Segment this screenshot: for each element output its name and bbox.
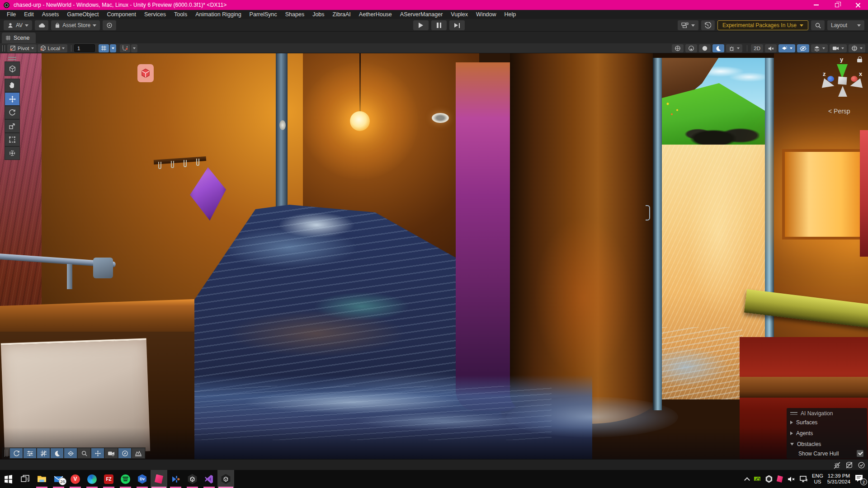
- play-button[interactable]: [413, 20, 429, 30]
- overlay-gizmo-visibility-button[interactable]: [64, 448, 77, 459]
- gizmo-center-cube[interactable]: [838, 76, 847, 84]
- menu-help[interactable]: Help: [500, 10, 520, 19]
- overlay-search-button[interactable]: [77, 448, 91, 459]
- background-tasks-icon[interactable]: [858, 461, 865, 469]
- experimental-packages-button[interactable]: Experimental Packages In Use: [717, 20, 808, 30]
- taskbar-icon-vivaldi[interactable]: V: [67, 470, 84, 488]
- handle-orientation-dropdown[interactable]: Local: [38, 44, 68, 52]
- notification-center[interactable]: 2: [854, 474, 865, 484]
- taskbar-icon-unity-hub[interactable]: [151, 470, 167, 488]
- camera-settings-button[interactable]: [672, 44, 684, 52]
- lighting-toggle-button[interactable]: [685, 44, 697, 52]
- gizmos-dropdown[interactable]: [849, 44, 865, 52]
- menu-zibraai[interactable]: ZibraAI: [329, 10, 355, 19]
- transform-tool-button[interactable]: [5, 146, 20, 160]
- multiplayer-role-button[interactable]: [678, 20, 698, 30]
- taskbar-icon-unity-active[interactable]: [217, 470, 234, 488]
- rect-tool-button[interactable]: [5, 133, 20, 146]
- volume-muted-icon[interactable]: [787, 476, 795, 483]
- title-bar[interactable]: chased-urp - NewWorld - Windows, Mac, Li…: [0, 0, 868, 10]
- ai-nav-obstacles-row[interactable]: Obstacles: [787, 440, 867, 449]
- grid-options-dropdown[interactable]: [110, 44, 116, 52]
- move-tool-button[interactable]: [5, 92, 20, 106]
- snap-options-dropdown[interactable]: [131, 44, 137, 52]
- language-indicator[interactable]: ENG US: [812, 473, 823, 485]
- layers-dropdown[interactable]: [811, 44, 828, 52]
- show-carve-hull-checkbox[interactable]: [857, 450, 863, 457]
- overlay-drag-handle[interactable]: [5, 450, 7, 457]
- taskbar-icon-filezilla[interactable]: FZ: [100, 470, 117, 488]
- scene-lighting-dropdown[interactable]: [778, 44, 795, 52]
- step-button[interactable]: [449, 20, 465, 30]
- overlay-camera-button[interactable]: [104, 448, 118, 459]
- orientation-gizmo[interactable]: y z x: [819, 58, 866, 105]
- grid-size-input[interactable]: [74, 44, 95, 52]
- menu-animation-rigging[interactable]: Animation Rigging: [191, 10, 245, 19]
- overlay-ai-navigation-button[interactable]: [132, 448, 145, 459]
- menu-edit[interactable]: Edit: [20, 10, 38, 19]
- menu-shapes[interactable]: Shapes: [281, 10, 308, 19]
- overlay-orientation-button[interactable]: [9, 448, 23, 459]
- menu-file[interactable]: File: [3, 10, 20, 19]
- gpu-tray-icon[interactable]: [753, 475, 761, 483]
- menu-aetherhouse[interactable]: AetherHouse: [355, 10, 396, 19]
- scene-visibility-button[interactable]: [797, 44, 809, 52]
- minimize-button[interactable]: [806, 0, 826, 10]
- taskbar-icon-spotify[interactable]: [117, 470, 134, 488]
- debug-draw-dropdown[interactable]: [726, 44, 742, 52]
- projection-label[interactable]: < Persp: [828, 108, 850, 115]
- audio-toggle-button[interactable]: [699, 44, 711, 52]
- search-button[interactable]: [811, 20, 825, 30]
- toolbar-drag-handle[interactable]: [2, 45, 5, 52]
- cache-server-disconnected-icon[interactable]: [845, 461, 853, 469]
- effects-toggle-button[interactable]: [712, 44, 724, 52]
- asset-store-button[interactable]: Asset Store: [51, 20, 100, 30]
- menu-parrelsync[interactable]: ParrelSync: [245, 10, 281, 19]
- hand-tool-button[interactable]: [5, 79, 20, 92]
- debugger-disabled-icon[interactable]: [833, 461, 841, 469]
- menu-component[interactable]: Component: [103, 10, 140, 19]
- 2d-mode-button[interactable]: 2D: [751, 44, 763, 52]
- menu-assets[interactable]: Assets: [38, 10, 63, 19]
- menu-vuplex[interactable]: Vuplex: [447, 10, 472, 19]
- menu-tools[interactable]: Tools: [170, 10, 191, 19]
- clock[interactable]: 12:39 PM 5/31/2024: [827, 473, 850, 485]
- view-cube-tool-button[interactable]: [5, 61, 20, 76]
- tray-expand-icon[interactable]: [744, 477, 750, 483]
- audio-mute-button[interactable]: [765, 44, 777, 52]
- gizmo-cone-bottom[interactable]: [838, 86, 847, 97]
- pause-button[interactable]: [431, 20, 447, 30]
- taskbar-icon-mail[interactable]: 26: [50, 470, 67, 488]
- unity-hub-tray-icon[interactable]: [765, 475, 773, 483]
- close-button[interactable]: [847, 0, 868, 10]
- cloud-services-button[interactable]: [103, 20, 116, 30]
- scene-sprite-gizmo-icon[interactable]: [137, 64, 154, 82]
- overlay-shading-button[interactable]: [50, 448, 64, 459]
- network-icon[interactable]: [799, 475, 808, 483]
- task-view-button[interactable]: [17, 470, 33, 488]
- menu-jobs[interactable]: Jobs: [308, 10, 328, 19]
- tab-scene[interactable]: Scene: [2, 33, 36, 43]
- taskbar-icon-pix[interactable]: [167, 470, 184, 488]
- start-button[interactable]: [0, 470, 17, 488]
- taskbar-icon-davinci[interactable]: Dv: [134, 470, 151, 488]
- scale-tool-button[interactable]: [5, 119, 20, 133]
- grid-visibility-button[interactable]: [99, 44, 109, 52]
- scene-viewport[interactable]: y z x < Persp AI Navigation Surfaces Ag: [0, 53, 868, 459]
- taskbar-icon-file-explorer[interactable]: [33, 470, 50, 488]
- overlay-grid-snap-button[interactable]: [37, 448, 50, 459]
- panel-drag-handle[interactable]: [790, 412, 797, 415]
- ai-nav-surfaces-row[interactable]: Surfaces: [787, 418, 867, 427]
- camera-view-dropdown[interactable]: [830, 44, 847, 52]
- menu-services[interactable]: Services: [140, 10, 170, 19]
- menu-window[interactable]: Window: [472, 10, 500, 19]
- ai-nav-agents-row[interactable]: Agents: [787, 429, 867, 438]
- ai-nav-carve-hull-row[interactable]: Show Carve Hull: [787, 449, 867, 458]
- pivot-mode-dropdown[interactable]: Pivot: [7, 44, 37, 52]
- account-button[interactable]: AV: [4, 20, 32, 30]
- overlay-view-options-button[interactable]: [23, 448, 37, 459]
- hub-pink-tray-icon[interactable]: [777, 475, 783, 483]
- layout-dropdown[interactable]: Layout: [827, 20, 864, 30]
- tools-drag-handle[interactable]: [5, 55, 20, 61]
- menu-gameobject[interactable]: GameObject: [63, 10, 103, 19]
